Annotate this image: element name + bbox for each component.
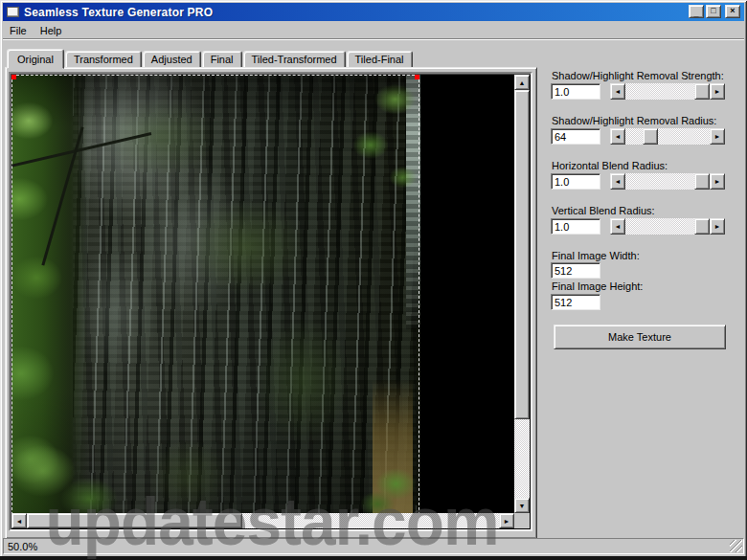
final-width-label: Final Image Width: bbox=[552, 250, 640, 261]
make-texture-button[interactable]: Make Texture bbox=[554, 325, 726, 349]
slider-left-button[interactable]: ◄ bbox=[610, 83, 625, 100]
arrow-right-icon: ► bbox=[504, 518, 510, 525]
tab-strip: Original Transformed Adjusted Final Tile… bbox=[5, 48, 537, 68]
tab-final[interactable]: Final bbox=[202, 51, 242, 68]
window-title: Seamless Texture Generator PRO bbox=[24, 6, 213, 19]
resize-grip[interactable] bbox=[730, 540, 742, 552]
menubar: File Help bbox=[3, 22, 744, 39]
final-height-input[interactable] bbox=[551, 294, 600, 310]
app-icon bbox=[7, 7, 19, 17]
slider-left-button[interactable]: ◄ bbox=[610, 128, 625, 145]
horizontal-scroll-thumb[interactable] bbox=[27, 513, 242, 528]
vblend-label: Vertical Blend Radius: bbox=[552, 205, 655, 216]
image-viewport: ▲ ▼ ◄ ► bbox=[9, 72, 532, 531]
image-canvas[interactable] bbox=[11, 75, 514, 513]
arrow-left-icon: ◄ bbox=[615, 178, 622, 185]
close-icon: × bbox=[730, 7, 735, 15]
tab-tiled-final[interactable]: Tiled-Final bbox=[347, 51, 413, 68]
vblend-slider[interactable]: ◄ ► bbox=[610, 218, 725, 235]
final-width-input[interactable] bbox=[551, 262, 600, 279]
hblend-input[interactable] bbox=[551, 173, 600, 190]
hblend-slider-thumb[interactable] bbox=[694, 173, 710, 190]
vblend-slider-thumb[interactable] bbox=[694, 218, 710, 235]
scrollbar-corner bbox=[514, 513, 530, 528]
radius-slider[interactable]: ◄ ► bbox=[610, 128, 725, 145]
strength-slider[interactable]: ◄ ► bbox=[610, 83, 725, 100]
slider-left-button[interactable]: ◄ bbox=[610, 173, 625, 190]
strength-input[interactable] bbox=[551, 83, 600, 100]
window-bottom-edge bbox=[0, 556, 747, 560]
arrow-right-icon: ► bbox=[714, 223, 721, 230]
scroll-up-button[interactable]: ▲ bbox=[514, 75, 530, 90]
final-height-label: Final Image Height: bbox=[552, 280, 643, 292]
scroll-down-button[interactable]: ▼ bbox=[514, 498, 530, 513]
vertical-scrollbar[interactable]: ▲ ▼ bbox=[514, 75, 530, 513]
selection-handle-top-right[interactable] bbox=[415, 75, 419, 79]
tab-tiled-transformed[interactable]: Tiled-Transformed bbox=[243, 51, 346, 68]
tab-control: Original Transformed Adjusted Final Tile… bbox=[5, 48, 537, 539]
radius-slider-thumb[interactable] bbox=[643, 128, 658, 145]
horizontal-scrollbar[interactable]: ◄ ► bbox=[11, 513, 514, 528]
strength-slider-thumb[interactable] bbox=[694, 83, 710, 100]
window-controls: _ □ × bbox=[689, 5, 740, 18]
arrow-up-icon: ▲ bbox=[519, 79, 526, 86]
hblend-label: Horizontal Blend Radius: bbox=[552, 160, 668, 171]
hblend-slider[interactable]: ◄ ► bbox=[610, 173, 725, 190]
tab-original[interactable]: Original bbox=[7, 49, 64, 69]
arrow-right-icon: ► bbox=[714, 178, 721, 185]
arrow-left-icon: ◄ bbox=[615, 223, 622, 230]
strength-label: Shadow/Highlight Removal Strength: bbox=[552, 70, 724, 81]
radius-input[interactable] bbox=[551, 128, 600, 145]
slider-left-button[interactable]: ◄ bbox=[610, 218, 625, 235]
scroll-left-button[interactable]: ◄ bbox=[11, 513, 27, 528]
close-button[interactable]: × bbox=[725, 5, 740, 18]
minimize-icon: _ bbox=[693, 10, 698, 18]
menu-file[interactable]: File bbox=[3, 23, 34, 38]
photo-vignette bbox=[11, 75, 420, 513]
arrow-right-icon: ► bbox=[714, 88, 721, 95]
arrow-left-icon: ◄ bbox=[615, 133, 622, 140]
texture-photo bbox=[11, 75, 420, 513]
status-bar: 50.0% bbox=[3, 538, 744, 554]
tab-pane: ▲ ▼ ◄ ► updatestar.com bbox=[5, 67, 537, 539]
arrow-left-icon: ◄ bbox=[16, 518, 23, 525]
titlebar[interactable]: Seamless Texture Generator PRO _ □ × bbox=[3, 3, 744, 21]
maximize-icon: □ bbox=[711, 7, 715, 15]
scroll-right-button[interactable]: ► bbox=[499, 513, 514, 528]
menu-help[interactable]: Help bbox=[34, 23, 69, 38]
zoom-level: 50.0% bbox=[8, 541, 37, 552]
arrow-left-icon: ◄ bbox=[615, 88, 622, 95]
selection-handle-top-left[interactable] bbox=[11, 75, 16, 79]
vertical-scroll-thumb[interactable] bbox=[514, 90, 530, 419]
tab-adjusted[interactable]: Adjusted bbox=[143, 51, 201, 68]
slider-right-button[interactable]: ► bbox=[710, 218, 725, 235]
slider-right-button[interactable]: ► bbox=[710, 83, 725, 100]
slider-right-button[interactable]: ► bbox=[710, 128, 725, 145]
minimize-button[interactable]: _ bbox=[689, 5, 704, 18]
slider-right-button[interactable]: ► bbox=[710, 173, 725, 190]
settings-panel: Shadow/Highlight Removal Strength: ◄ ► S… bbox=[551, 70, 737, 434]
arrow-down-icon: ▼ bbox=[519, 503, 526, 509]
maximize-button[interactable]: □ bbox=[706, 5, 721, 18]
tab-transformed[interactable]: Transformed bbox=[65, 51, 142, 68]
radius-label: Shadow/Highlight Removal Radius: bbox=[552, 115, 716, 126]
app-window: Seamless Texture Generator PRO _ □ × Fil… bbox=[0, 0, 747, 560]
arrow-right-icon: ► bbox=[714, 133, 721, 140]
vblend-input[interactable] bbox=[551, 218, 600, 235]
